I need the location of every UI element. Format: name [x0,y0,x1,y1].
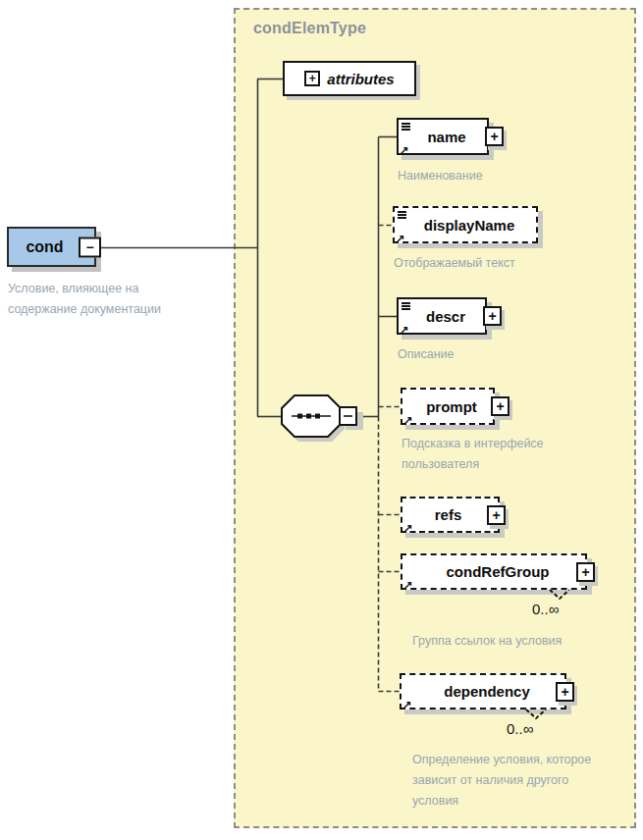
attributes-box[interactable]: + attributes [283,61,416,96]
text-content-icon [402,123,410,125]
element-displayname-annotation: Отображаемый текст [394,253,515,274]
reference-arrow-icon: ↗ [403,415,412,426]
element-descr[interactable]: ↗ descr + [397,297,487,335]
element-name-label: name [413,129,471,145]
expand-icon[interactable]: + [304,71,320,86]
element-dependency-label: dependency [430,683,536,700]
dependency-multiplicity: 0..∞ [507,720,533,737]
element-condrefgroup-annotation: Группа ссылок на условия [412,631,562,652]
reference-arrow-icon: ↗ [403,523,412,534]
element-prompt-annotation: Подсказка в интерфейсе пользователя [402,434,576,475]
collapse-icon[interactable]: − [79,236,101,257]
element-cond-label: cond [26,238,77,256]
element-dependency[interactable]: ↗ dependency + [400,673,566,709]
element-name-annotation: Наименование [398,166,483,186]
element-descr-label: descr [412,308,471,325]
attributes-label: attributes [327,71,394,87]
expand-icon[interactable]: + [487,505,506,525]
element-displayname[interactable]: ↗ displayName [393,206,538,243]
expand-icon[interactable]: + [576,562,595,582]
text-content-icon [398,211,406,213]
element-condrefgroup-label: condRefGroup [433,563,556,580]
element-name[interactable]: ↗ name + [397,118,489,155]
complex-type-title: condElemType [253,20,366,37]
condrefgroup-multiplicity: 0..∞ [532,601,559,617]
element-refs-label: refs [421,506,480,523]
element-descr-annotation: Описание [398,344,455,365]
expand-icon[interactable]: + [485,127,504,146]
element-refs[interactable]: ↗ refs + [401,497,500,533]
element-prompt[interactable]: ↗ prompt + [401,388,495,425]
element-displayname-label: displayName [410,217,521,234]
reference-arrow-icon: ↗ [403,580,412,591]
element-dependency-annotation: Определение условия, которое зависит от … [412,750,614,811]
expand-icon[interactable]: + [556,682,574,702]
reference-arrow-icon: ↗ [400,325,408,336]
sequence-compositor-icon[interactable] [281,394,379,447]
reference-arrow-icon: ↗ [396,234,404,244]
expand-icon[interactable]: + [491,396,509,416]
reference-arrow-icon: ↗ [400,145,408,156]
repeat-chevron-icon [548,588,571,602]
reference-arrow-icon: ↗ [402,700,411,710]
element-cond[interactable]: cond − [7,227,96,267]
expand-icon[interactable]: + [483,306,502,326]
element-cond-annotation: Условие, влияющее на содержание документ… [8,279,177,320]
element-condrefgroup[interactable]: ↗ condRefGroup + [401,553,587,590]
xml-schema-diagram: condElemType cond − Условие, влияющее на… [0,0,643,840]
element-prompt-label: prompt [412,398,483,415]
repeat-chevron-icon [524,708,548,721]
text-content-icon [402,302,410,304]
